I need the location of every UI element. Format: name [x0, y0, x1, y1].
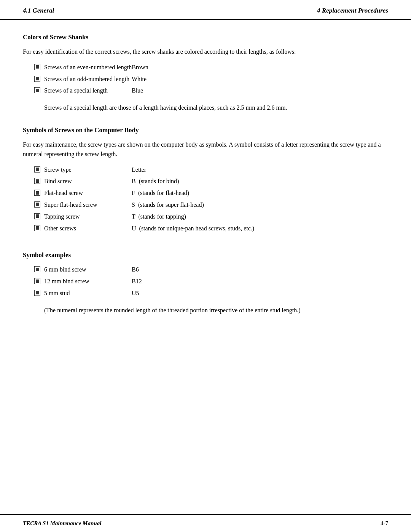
checkbox-icon [34, 190, 40, 196]
list-value: B12 [132, 277, 142, 286]
list-item: 12 mm bind screw B12 [34, 277, 388, 286]
list-label: Screws of a special length [44, 86, 132, 96]
list-label: Flat-head screw [44, 189, 132, 198]
list-item: Tapping screw T (stands for tapping) [34, 212, 388, 222]
checkbox-icon [34, 76, 40, 82]
list-item: 5 mm stud U5 [34, 289, 388, 298]
checkbox-icon [34, 290, 40, 296]
header-right: 4 Replacement Procedures [317, 7, 388, 14]
footer-right: 4-7 [381, 520, 388, 527]
section-symbols-title: Symbols of Screws on the Computer Body [23, 126, 388, 134]
section-symbols-intro: For easy maintenance, the screw types ar… [23, 140, 388, 159]
checkbox-icon [34, 178, 40, 184]
list-label: Tapping screw [44, 212, 132, 222]
list-item: Screws of an odd-numbered length White [34, 75, 388, 84]
list-item: Super flat-head screw S (stands for supe… [34, 200, 388, 210]
section-examples-list: 6 mm bind screw B6 12 mm bind screw B12 … [34, 265, 388, 298]
list-label: Other screws [44, 224, 132, 233]
list-item: Other screws U (stands for unique-pan he… [34, 224, 388, 233]
section-symbols-list: Screw type Letter Bind screw B (stands f… [34, 165, 388, 233]
list-label: 5 mm stud [44, 289, 132, 298]
list-label: Bind screw [44, 177, 132, 186]
checkbox-icon [34, 278, 40, 284]
list-value: F (stands for flat-head) [132, 189, 189, 198]
list-value: Brown [132, 63, 148, 72]
list-value: B6 [132, 265, 139, 275]
list-value: U (stands for unique-pan head screws, st… [132, 224, 254, 233]
list-value: S (stands for super flat-head) [132, 200, 204, 210]
list-label: 6 mm bind screw [44, 265, 132, 275]
page-footer: TECRA S1 Maintenance Manual 4-7 [0, 514, 411, 532]
page-header: 4.1 General 4 Replacement Procedures [0, 0, 411, 20]
header-left: 4.1 General [23, 7, 54, 14]
list-item: Screws of a special length Blue [34, 86, 388, 96]
list-item: Screws of an even-numbered length Brown [34, 63, 388, 72]
list-value: B (stands for bind) [132, 177, 179, 186]
list-item: Bind screw B (stands for bind) [34, 177, 388, 186]
section-examples-note: (The numeral represents the rounded leng… [44, 306, 388, 315]
checkbox-icon [34, 166, 40, 173]
list-label: Screws of an odd-numbered length [44, 75, 132, 84]
list-label: Screws of an even-numbered length [44, 63, 132, 72]
list-item: Screw type Letter [34, 165, 388, 175]
checkbox-icon [34, 64, 40, 70]
section-colors: Colors of Screw Shanks For easy identifi… [23, 34, 388, 116]
list-item: 6 mm bind screw B6 [34, 265, 388, 275]
list-value: T (stands for tapping) [132, 212, 186, 222]
list-item: Flat-head screw F (stands for flat-head) [34, 189, 388, 198]
checkbox-icon [34, 87, 40, 93]
checkbox-icon [34, 266, 40, 272]
list-label: 12 mm bind screw [44, 277, 132, 286]
section-colors-note: Screws of a special length are those of … [44, 103, 388, 113]
section-symbols: Symbols of Screws on the Computer Body F… [23, 126, 388, 241]
checkbox-icon [34, 213, 40, 219]
list-label: Super flat-head screw [44, 200, 132, 210]
list-value: U5 [132, 289, 139, 298]
section-colors-list: Screws of an even-numbered length Brown … [34, 63, 388, 96]
section-colors-title: Colors of Screw Shanks [23, 34, 388, 41]
page-content: Colors of Screw Shanks For easy identifi… [0, 20, 411, 514]
list-value: Letter [132, 165, 146, 175]
section-examples-title: Symbol examples [23, 251, 388, 259]
section-examples: Symbol examples 6 mm bind screw B6 12 mm… [23, 251, 388, 318]
page: 4.1 General 4 Replacement Procedures Col… [0, 0, 411, 532]
checkbox-icon [34, 225, 40, 231]
checkbox-icon [34, 201, 40, 208]
list-value: Blue [132, 86, 143, 96]
section-colors-intro: For easy identification of the correct s… [23, 47, 388, 57]
footer-left: TECRA S1 Maintenance Manual [23, 520, 101, 527]
list-value: White [132, 75, 147, 84]
list-label: Screw type [44, 165, 132, 175]
